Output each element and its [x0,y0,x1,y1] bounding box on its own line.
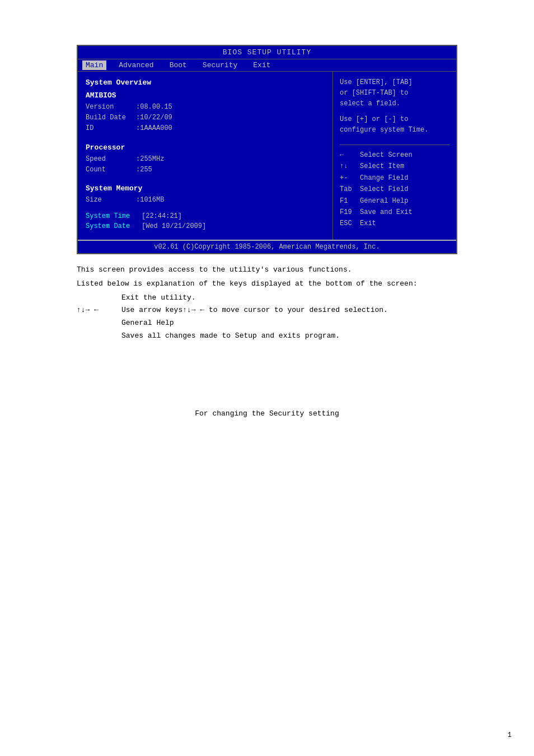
bios-footer-text: v02.61 (C)Copyright 1985-2006, American … [154,243,380,251]
key-row-change-field: +- Change Field [340,172,449,184]
bios-title: BIOS SETUP UTILITY [223,48,311,57]
bios-right-panel: Use [ENTER], [TAB] or [SHIFT-TAB] to sel… [333,72,456,240]
system-date-label: System Date [86,222,142,230]
version-field: Version :08.00.15 [86,102,325,113]
center-text-content: For changing the Security setting [195,409,339,418]
section-processor: Processor [86,143,325,152]
key-sym-arrow: ← [340,150,360,161]
keys-section: ← Select Screen ↑↓ Select Item +- Change… [340,144,449,230]
key-sym-updown: ↑↓ [340,161,360,172]
key-desc-change-field: Change Field [360,172,408,184]
menu-item-exit[interactable]: Exit [250,60,274,70]
count-value: :255 [136,165,152,175]
bios-container: BIOS SETUP UTILITY Main Advanced Boot Se… [77,45,457,254]
help-text: Use [ENTER], [TAB] or [SHIFT-TAB] to sel… [340,77,449,136]
bios-title-bar: BIOS SETUP UTILITY [78,46,456,59]
key-desc-select-field: Select Field [360,184,408,195]
desc-general-help-text: General Help [121,318,457,329]
key-row-select-field: Tab Select Field [340,184,449,195]
id-label: ID [86,123,136,134]
bios-footer: v02.61 (C)Copyright 1985-2006, American … [78,240,456,253]
key-row-general-help: F1 General Help [340,195,449,207]
menu-item-main[interactable]: Main [82,60,106,70]
desc-line2: Listed below is explanation of the keys … [77,278,457,290]
section-overview: System Overview [86,78,325,87]
help-line2: or [SHIFT-TAB] to [340,88,449,99]
system-time-row: System Time [22:44:21] [86,212,325,220]
help-line5: Use [+] or [-] to [340,114,449,125]
system-date-value[interactable]: [Wed 10/21/2009] [142,222,206,230]
menu-item-advanced[interactable]: Advanced [115,60,157,70]
desc-saves-text: Saves all changes made to Setup and exit… [121,330,457,342]
version-label: Version [86,102,136,113]
build-date-field: Build Date :10/22/09 [86,113,325,123]
key-desc-general-help: General Help [360,195,408,207]
key-desc-save-exit: Save and Exit [360,207,413,218]
desc-exit: Exit the utility. [77,292,457,304]
desc-saves: Saves all changes made to Setup and exit… [77,330,457,342]
help-line6: configure system Time. [340,125,449,136]
center-text: For changing the Security setting [56,409,478,418]
version-value: :08.00.15 [136,102,172,113]
size-label: Size [86,195,136,206]
key-desc-esc-exit: Exit [360,218,376,229]
key-desc-select-item: Select Item [360,161,404,172]
desc-line1: This screen provides access to the utili… [77,264,457,276]
below-bios-description: This screen provides access to the utili… [77,264,457,342]
build-date-label: Build Date [86,113,136,123]
speed-field: Speed :255MHz [86,154,325,165]
speed-value: :255MHz [136,154,164,165]
count-label: Count [86,165,136,175]
system-time-value[interactable]: [22:44:21] [142,212,182,220]
key-desc-select-screen: Select Screen [360,150,413,161]
bios-body: System Overview AMIBIOS Version :08.00.1… [78,72,456,240]
key-row-save-exit: F19 Save and Exit [340,207,449,218]
desc-arrow-text: Use arrow keys↑↓→ ← to move cursor to yo… [121,305,457,316]
page-number: 1 [508,731,512,739]
system-time-label: System Time [86,212,142,220]
key-row-esc: ESC Exit [340,218,449,229]
bios-left-panel: System Overview AMIBIOS Version :08.00.1… [78,72,333,240]
key-sym-f1: F1 [340,195,360,207]
id-field: ID :1AAAA000 [86,123,325,134]
key-sym-tab: Tab [340,184,360,195]
size-field: Size :1016MB [86,195,325,206]
system-date-row: System Date [Wed 10/21/2009] [86,222,325,230]
desc-exit-text: Exit the utility. [121,292,457,304]
section-memory: System Memory [86,184,325,193]
key-sym-esc: ESC [340,218,360,229]
menu-item-security[interactable]: Security [199,60,241,70]
key-row-select-item: ↑↓ Select Item [340,161,449,172]
key-sym-plusminus: +- [340,172,360,184]
help-line3: select a field. [340,99,449,109]
key-row-select-screen: ← Select Screen [340,150,449,161]
help-line1: Use [ENTER], [TAB] [340,77,449,88]
amibios-label: AMIBIOS [86,91,325,100]
desc-arrow-keys: ↑↓→ ← Use arrow keys↑↓→ ← to move cursor… [77,305,457,316]
size-value: :1016MB [136,195,164,206]
bios-menu-bar: Main Advanced Boot Security Exit [78,59,456,72]
menu-item-boot[interactable]: Boot [166,60,190,70]
desc-general-help: General Help [77,318,457,329]
build-date-value: :10/22/09 [136,113,172,123]
id-value: :1AAAA000 [136,123,172,134]
key-sym-f19: F19 [340,207,360,218]
count-field: Count :255 [86,165,325,175]
speed-label: Speed [86,154,136,165]
